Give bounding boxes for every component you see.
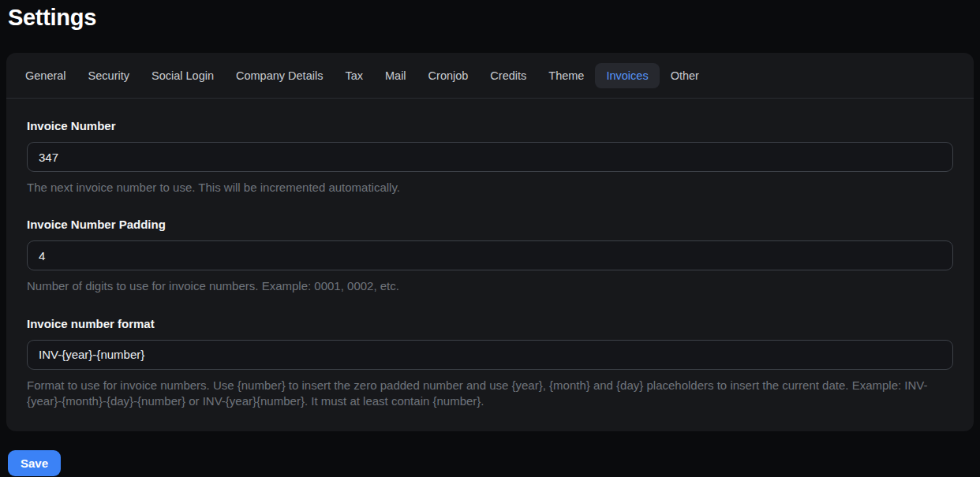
tab-credits[interactable]: Credits (479, 63, 537, 88)
invoice-number-padding-help-text: Number of digits to use for invoice numb… (27, 278, 953, 294)
invoice-number-label: Invoice Number (27, 119, 953, 132)
invoice-number-padding-input[interactable] (27, 240, 953, 270)
settings-card: General Security Social Login Company De… (6, 53, 974, 431)
tab-general[interactable]: General (14, 63, 77, 88)
invoice-number-format-input[interactable] (27, 340, 953, 370)
invoice-number-field-group: Invoice Number The next invoice number t… (27, 119, 953, 196)
save-button[interactable]: Save (8, 450, 61, 476)
invoice-number-format-help-text: Format to use for invoice numbers. Use {… (27, 378, 953, 410)
settings-tab-bar: General Security Social Login Company De… (6, 53, 974, 99)
tab-theme[interactable]: Theme (537, 63, 595, 88)
tab-other[interactable]: Other (660, 63, 710, 88)
invoice-number-format-label: Invoice number format (27, 317, 953, 330)
invoice-number-help-text: The next invoice number to use. This wil… (27, 180, 953, 196)
tab-cronjob[interactable]: Cronjob (417, 63, 480, 88)
tab-invoices[interactable]: Invoices (595, 63, 659, 88)
tab-tax[interactable]: Tax (334, 63, 374, 88)
invoice-number-padding-label: Invoice Number Padding (27, 218, 953, 231)
tab-security[interactable]: Security (77, 63, 140, 88)
invoice-number-padding-field-group: Invoice Number Padding Number of digits … (27, 218, 953, 294)
page-title: Settings (8, 5, 980, 31)
invoice-number-format-field-group: Invoice number format Format to use for … (27, 317, 953, 410)
tab-mail[interactable]: Mail (374, 63, 417, 88)
invoice-number-input[interactable] (27, 142, 953, 172)
invoices-settings-form: Invoice Number The next invoice number t… (6, 99, 974, 431)
tab-social-login[interactable]: Social Login (140, 63, 225, 88)
tab-company-details[interactable]: Company Details (225, 63, 334, 88)
